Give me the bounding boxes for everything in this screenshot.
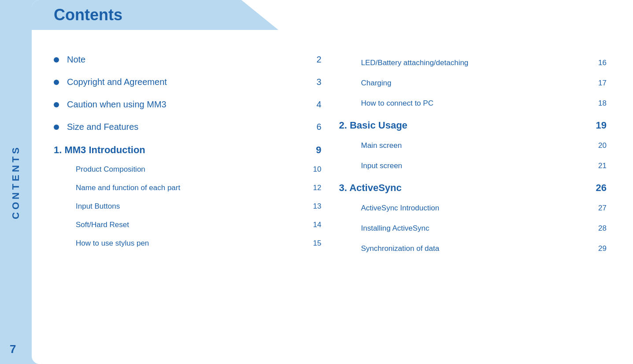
sub-label: LED/Battery attaching/detaching [361, 59, 469, 67]
sub-page: 20 [598, 141, 607, 150]
sub-item-name-function: Name and function of each part 12 [54, 179, 322, 197]
toc-page: 2 [308, 55, 322, 65]
sub-page: 18 [598, 99, 607, 108]
sub-page: 12 [313, 184, 322, 192]
sidebar-text: CONTENTS [10, 145, 22, 219]
section-page: 26 [596, 182, 607, 194]
sub-item-led-battery: LED/Battery attaching/detaching 16 [339, 53, 607, 73]
sub-label: ActiveSync Introduction [361, 204, 440, 213]
toc-label: Copyright and Agreement [67, 77, 167, 87]
sub-page: 16 [598, 59, 607, 67]
sub-item-charging: Charging 17 [339, 73, 607, 93]
section-label: 1. MM3 Introduction [54, 144, 145, 156]
bullet-icon [54, 80, 59, 85]
sub-label: Synchronization of data [361, 244, 440, 253]
sub-label: Installing ActiveSync [361, 224, 429, 233]
toc-page: 4 [308, 99, 322, 110]
section-mm3-intro: 1. MM3 Introduction 9 [54, 138, 322, 160]
sub-page: 28 [598, 224, 607, 233]
toc-page: 6 [308, 122, 322, 132]
section-activesync: 3. ActiveSync 26 [339, 176, 607, 198]
sub-page: 21 [598, 162, 607, 170]
sub-page: 29 [598, 244, 607, 253]
content-body: Note 2 Copyright and Agreement 3 Caution… [32, 35, 633, 364]
sub-label: Charging [361, 79, 392, 88]
sub-label: How to connect to PC [361, 99, 433, 108]
sub-label: How to use stylus pen [76, 239, 149, 248]
sub-page: 14 [313, 221, 322, 229]
sidebar: CONTENTS [0, 0, 32, 364]
toc-item-size: Size and Features 6 [54, 116, 322, 138]
sub-page: 15 [313, 239, 322, 248]
sub-item-main-screen: Main screen 20 [339, 136, 607, 156]
sub-item-soft-hard-reset: Soft/Hard Reset 14 [54, 216, 322, 234]
toc-item-copyright: Copyright and Agreement 3 [54, 71, 322, 93]
sub-page: 17 [598, 79, 607, 88]
sub-label: Input Buttons [76, 202, 120, 211]
left-column: Note 2 Copyright and Agreement 3 Caution… [54, 48, 322, 355]
toc-label: Caution when using MM3 [67, 99, 167, 110]
main-content: Contents Note 2 Copyright and Agreement … [32, 0, 633, 364]
section-page: 9 [316, 144, 321, 156]
sub-label: Input screen [361, 162, 403, 170]
section-label: 2. Basic Usage [339, 120, 407, 131]
sub-page: 10 [313, 165, 322, 174]
sub-label: Product Composition [76, 165, 145, 174]
section-label: 3. ActiveSync [339, 182, 402, 194]
bullet-icon [54, 102, 59, 107]
sub-item-input-screen: Input screen 21 [339, 156, 607, 176]
toc-label: Note [67, 55, 85, 65]
toc-item-note: Note 2 [54, 48, 322, 71]
bullet-icon [54, 125, 59, 130]
toc-label: Size and Features [67, 122, 138, 132]
section-page: 19 [596, 120, 607, 131]
sub-item-stylus-pen: How to use stylus pen 15 [54, 234, 322, 253]
toc-item-caution: Caution when using MM3 4 [54, 93, 322, 116]
toc-page: 3 [308, 77, 322, 87]
header-title: Contents [54, 6, 122, 24]
right-column: LED/Battery attaching/detaching 16 Charg… [339, 48, 607, 355]
sub-item-sync-data: Synchronization of data 29 [339, 239, 607, 259]
sub-page: 13 [313, 202, 322, 211]
sub-item-installing-activesync: Installing ActiveSync 28 [339, 218, 607, 239]
sub-label: Main screen [361, 141, 402, 150]
sub-item-connect-pc: How to connect to PC 18 [339, 93, 607, 114]
sub-label: Soft/Hard Reset [76, 221, 129, 229]
sub-item-activesync-intro: ActiveSync Introduction 27 [339, 198, 607, 218]
sub-item-product-composition: Product Composition 10 [54, 160, 322, 179]
section-basic-usage: 2. Basic Usage 19 [339, 114, 607, 136]
sub-item-input-buttons: Input Buttons 13 [54, 197, 322, 216]
sub-page: 27 [598, 204, 607, 213]
page-number: 7 [10, 342, 16, 356]
bullet-icon [54, 57, 59, 63]
sub-label: Name and function of each part [76, 184, 180, 192]
header-tab: Contents [32, 0, 278, 30]
